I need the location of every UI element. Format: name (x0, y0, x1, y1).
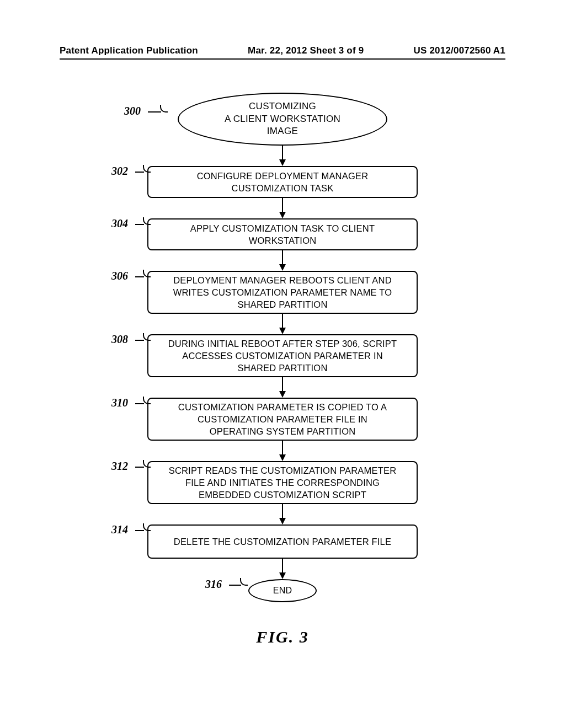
process-text: CONFIGURE DEPLOYMENT MANAGER CUSTOMIZATI… (197, 170, 369, 195)
arrow (279, 198, 286, 218)
flow-node-316: 316 END (0, 579, 565, 602)
arrow-head-icon (279, 391, 286, 398)
arrow-head-icon (279, 159, 286, 166)
arrow-head-icon (279, 328, 286, 334)
arrow-line (282, 314, 283, 328)
process-box: DEPLOYMENT MANAGER REBOOTS CLIENT AND WR… (147, 271, 418, 314)
arrow-line (282, 504, 283, 518)
flow-node-308: 308 DURING INITIAL REBOOT AFTER STEP 306… (0, 334, 565, 377)
process-box: CUSTOMIZATION PARAMETER IS COPIED TO A C… (147, 398, 418, 441)
ref-label-308: 308 (111, 333, 128, 346)
ref-connector (135, 403, 144, 404)
ref-hook (143, 333, 151, 341)
header-right: US 2012/0072560 A1 (414, 45, 506, 56)
ref-connector (135, 172, 144, 173)
ref-connector (148, 111, 161, 113)
ref-hook (143, 165, 151, 173)
flow-node-312: 312 SCRIPT READS THE CUSTOMIZATION PARAM… (0, 461, 565, 504)
figure-label: FIG. 3 (0, 628, 565, 646)
arrow (279, 377, 286, 398)
ref-connector (135, 340, 144, 341)
header-rule (60, 58, 505, 60)
flow-node-304: 304 APPLY CUSTOMIZATION TASK TO CLIENT W… (0, 218, 565, 250)
process-text: DELETE THE CUSTOMIZATION PARAMETER FILE (174, 536, 391, 548)
process-text: SCRIPT READS THE CUSTOMIZATION PARAMETER… (169, 464, 397, 501)
arrow (279, 146, 286, 166)
ref-label-304: 304 (111, 217, 128, 230)
arrow-head-icon (279, 454, 286, 461)
ref-connector (135, 467, 144, 468)
flow-node-310: 310 CUSTOMIZATION PARAMETER IS COPIED TO… (0, 398, 565, 441)
ref-connector (135, 530, 144, 531)
process-box: DELETE THE CUSTOMIZATION PARAMETER FILE (147, 524, 418, 559)
arrow-line (282, 559, 283, 573)
flowchart: 300 CUSTOMIZING A CLIENT WORKSTATION IMA… (0, 93, 565, 602)
arrow-head-icon (279, 264, 286, 271)
process-box: SCRIPT READS THE CUSTOMIZATION PARAMETER… (147, 461, 418, 504)
flow-node-314: 314 DELETE THE CUSTOMIZATION PARAMETER F… (0, 524, 565, 559)
end-node-text: END (273, 585, 292, 597)
ref-connector (135, 224, 144, 225)
ref-label-316: 316 (205, 578, 222, 591)
header-left: Patent Application Publication (60, 45, 198, 56)
ref-hook (143, 523, 151, 531)
ref-connector (229, 585, 241, 586)
ref-hook (143, 270, 151, 277)
ref-label-310: 310 (111, 397, 128, 409)
arrow (279, 504, 286, 524)
arrow-line (282, 441, 283, 455)
process-box: DURING INITIAL REBOOT AFTER STEP 306, SC… (147, 334, 418, 377)
page-header: Patent Application Publication Mar. 22, … (60, 45, 505, 56)
ref-label-314: 314 (111, 523, 128, 536)
ref-hook (143, 217, 151, 225)
arrow-line (282, 250, 283, 265)
ref-label-300: 300 (124, 105, 141, 117)
process-text: APPLY CUSTOMIZATION TASK TO CLIENT WORKS… (190, 222, 375, 247)
page: Patent Application Publication Mar. 22, … (0, 0, 565, 728)
ref-label-302: 302 (111, 165, 128, 178)
arrow (279, 559, 286, 579)
ref-hook (143, 397, 151, 404)
start-node: CUSTOMIZING A CLIENT WORKSTATION IMAGE (178, 93, 387, 146)
flow-node-302: 302 CONFIGURE DEPLOYMENT MANAGER CUSTOMI… (0, 166, 565, 198)
ref-label-306: 306 (111, 270, 128, 282)
arrow-head-icon (279, 518, 286, 524)
flow-node-306: 306 DEPLOYMENT MANAGER REBOOTS CLIENT AN… (0, 271, 565, 314)
arrow-line (282, 377, 283, 392)
ref-connector (135, 276, 144, 277)
arrow-line (282, 146, 283, 160)
ref-hook (160, 105, 168, 113)
header-center: Mar. 22, 2012 Sheet 3 of 9 (248, 45, 364, 56)
ref-label-312: 312 (111, 460, 128, 473)
arrow-line (282, 198, 283, 212)
ref-hook (143, 460, 151, 468)
process-box: CONFIGURE DEPLOYMENT MANAGER CUSTOMIZATI… (147, 166, 418, 198)
process-box: APPLY CUSTOMIZATION TASK TO CLIENT WORKS… (147, 218, 418, 250)
arrow-head-icon (279, 572, 286, 579)
ref-hook (240, 578, 248, 586)
flow-node-300: 300 CUSTOMIZING A CLIENT WORKSTATION IMA… (0, 93, 565, 146)
process-text: DURING INITIAL REBOOT AFTER STEP 306, SC… (168, 338, 397, 374)
process-text: DEPLOYMENT MANAGER REBOOTS CLIENT AND WR… (173, 274, 392, 311)
arrow (279, 314, 286, 334)
start-node-text: CUSTOMIZING A CLIENT WORKSTATION IMAGE (225, 100, 340, 138)
arrow (279, 250, 286, 271)
arrow-head-icon (279, 212, 286, 218)
arrow (279, 441, 286, 461)
end-node: END (248, 579, 317, 602)
process-text: CUSTOMIZATION PARAMETER IS COPIED TO A C… (178, 401, 387, 438)
